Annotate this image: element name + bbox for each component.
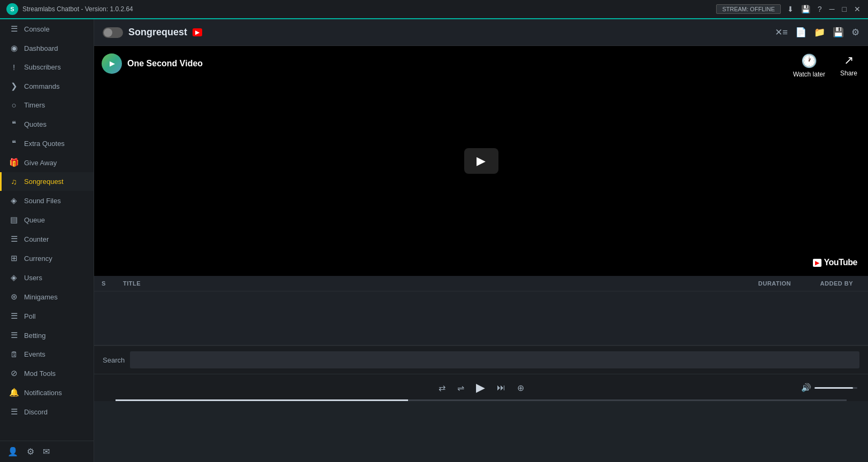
- sidebar-item-songrequest[interactable]: ♫ Songrequest: [0, 172, 94, 191]
- betting-icon: ☰: [9, 330, 19, 340]
- close-window-icon[interactable]: ✕: [853, 4, 862, 14]
- play-video-button[interactable]: [464, 148, 498, 174]
- yt-logo-text: YouTube: [824, 258, 857, 267]
- sidebar-item-notifications[interactable]: 🔔 Notifications: [0, 383, 94, 402]
- sidebar: ☰ Console ◉ Dashboard ! Subscribers ❯ Co…: [0, 19, 94, 462]
- sidebar-item-mod-tools[interactable]: ⊘ Mod Tools: [0, 364, 94, 383]
- add-to-queue-button[interactable]: ⊕: [513, 381, 528, 395]
- share-label: Share: [840, 70, 857, 77]
- app-title: Streamlabs Chatbot - Version: 1.0.2.64: [22, 5, 133, 13]
- volume-track[interactable]: [815, 387, 857, 389]
- play-pause-button[interactable]: ▶: [472, 379, 489, 397]
- extra-quotes-icon: ❝: [9, 138, 19, 148]
- watch-later-button[interactable]: 🕐 Watch later: [793, 53, 825, 78]
- shuffle-button[interactable]: ⇌: [453, 381, 468, 395]
- progress-fill: [116, 399, 408, 401]
- console-icon: ☰: [9, 24, 19, 34]
- col-header-s: S: [102, 280, 123, 287]
- col-header-added-by: ADDED BY: [791, 280, 861, 287]
- share-button[interactable]: ↗ Share: [840, 53, 857, 78]
- poll-icon: ☰: [9, 311, 19, 321]
- sidebar-item-quotes[interactable]: ❝ Quotes: [0, 114, 94, 134]
- sidebar-bottom: 👤 ⚙ ✉: [0, 441, 94, 462]
- sidebar-item-give-away[interactable]: 🎁 Give Away: [0, 153, 94, 172]
- sidebar-label-extra-quotes: Extra Quotes: [24, 140, 65, 148]
- user-icon[interactable]: 👤: [7, 446, 18, 457]
- sidebar-label-timers: Timers: [24, 101, 45, 109]
- songrequest-icon: ♫: [9, 177, 19, 186]
- queue-table-header: S TITLE DURATION ADDED BY: [94, 276, 868, 291]
- save-icon[interactable]: 💾: [800, 4, 811, 14]
- subscribers-icon: !: [9, 63, 19, 72]
- sidebar-item-currency[interactable]: ⊞ Currency: [0, 249, 94, 268]
- no-repeat-button[interactable]: ⇄: [434, 381, 450, 395]
- progress-track[interactable]: [116, 399, 847, 401]
- sidebar-item-counter[interactable]: ☰ Counter: [0, 229, 94, 249]
- sidebar-label-sound-files: Sound Files: [24, 197, 61, 205]
- help-icon[interactable]: ?: [817, 4, 823, 14]
- timers-icon: ○: [9, 101, 19, 110]
- sidebar-item-subscribers[interactable]: ! Subscribers: [0, 58, 94, 76]
- sidebar-label-quotes: Quotes: [24, 120, 47, 128]
- give-away-icon: 🎁: [9, 158, 19, 167]
- sidebar-label-queue: Queue: [24, 216, 45, 224]
- save-list-icon[interactable]: 💾: [833, 27, 844, 38]
- clear-list-icon[interactable]: ✕≡: [775, 27, 788, 38]
- sidebar-item-poll[interactable]: ☰ Poll: [0, 306, 94, 326]
- quotes-icon: ❝: [9, 119, 19, 129]
- volume-area: 🔊: [801, 383, 857, 392]
- mail-icon[interactable]: ✉: [43, 446, 50, 457]
- video-title: One Second Video: [127, 59, 203, 68]
- download-icon[interactable]: ⬇: [786, 4, 795, 14]
- yt-badge: ▶: [193, 28, 202, 36]
- page-settings-icon[interactable]: ⚙: [851, 27, 859, 38]
- enable-toggle[interactable]: [103, 27, 123, 38]
- video-avatar: ▶: [102, 53, 122, 74]
- export-icon[interactable]: 📄: [795, 27, 806, 38]
- sidebar-item-users[interactable]: ◈ Users: [0, 268, 94, 287]
- sidebar-label-mod-tools: Mod Tools: [24, 369, 56, 378]
- sidebar-label-discord: Discord: [24, 408, 48, 416]
- counter-icon: ☰: [9, 234, 19, 244]
- app-logo: S: [6, 3, 18, 15]
- mod-tools-icon: ⊘: [9, 368, 19, 378]
- col-header-duration: DURATION: [721, 280, 791, 287]
- sidebar-label-notifications: Notifications: [24, 389, 62, 397]
- notifications-icon: 🔔: [9, 388, 19, 397]
- sidebar-label-events: Events: [24, 350, 45, 358]
- volume-icon[interactable]: 🔊: [801, 383, 811, 392]
- sidebar-label-counter: Counter: [24, 235, 49, 243]
- sidebar-item-minigames[interactable]: ⊛ Minigames: [0, 287, 94, 306]
- search-label: Search: [103, 356, 125, 364]
- sidebar-label-users: Users: [24, 274, 42, 282]
- queue-table: S TITLE DURATION ADDED BY: [94, 276, 868, 345]
- settings-icon[interactable]: ⚙: [27, 446, 34, 457]
- sidebar-item-sound-files[interactable]: ◈ Sound Files: [0, 191, 94, 210]
- sidebar-label-betting: Betting: [24, 332, 45, 340]
- sidebar-item-console[interactable]: ☰ Console: [0, 19, 94, 38]
- sidebar-item-commands[interactable]: ❯ Commands: [0, 76, 94, 96]
- sidebar-item-dashboard[interactable]: ◉ Dashboard: [0, 38, 94, 58]
- main-content: Songrequest ▶ ✕≡ 📄 📁 💾 ⚙ ▶ One Second Vi…: [94, 19, 868, 462]
- commands-icon: ❯: [9, 81, 19, 91]
- sidebar-item-events[interactable]: 🗓 Events: [0, 345, 94, 364]
- users-icon: ◈: [9, 273, 19, 282]
- page-title: Songrequest: [128, 27, 187, 38]
- import-icon[interactable]: 📁: [814, 27, 825, 38]
- queue-icon: ▤: [9, 215, 19, 225]
- sidebar-item-extra-quotes[interactable]: ❝ Extra Quotes: [0, 134, 94, 153]
- events-icon: 🗓: [9, 350, 19, 359]
- next-button[interactable]: ⏭: [493, 381, 510, 395]
- video-player: ▶ One Second Video 🕐 Watch later ↗ Share…: [94, 46, 868, 276]
- sidebar-item-timers[interactable]: ○ Timers: [0, 96, 94, 114]
- progress-area: [94, 399, 868, 401]
- search-input[interactable]: [130, 351, 859, 368]
- sidebar-item-betting[interactable]: ☰ Betting: [0, 326, 94, 345]
- sidebar-item-discord[interactable]: ☰ Discord: [0, 402, 94, 421]
- discord-icon: ☰: [9, 407, 19, 417]
- sidebar-label-console: Console: [24, 25, 50, 33]
- minimize-icon[interactable]: ─: [828, 4, 836, 14]
- sidebar-label-subscribers: Subscribers: [24, 63, 61, 71]
- maximize-icon[interactable]: □: [841, 4, 848, 14]
- sidebar-item-queue[interactable]: ▤ Queue: [0, 210, 94, 229]
